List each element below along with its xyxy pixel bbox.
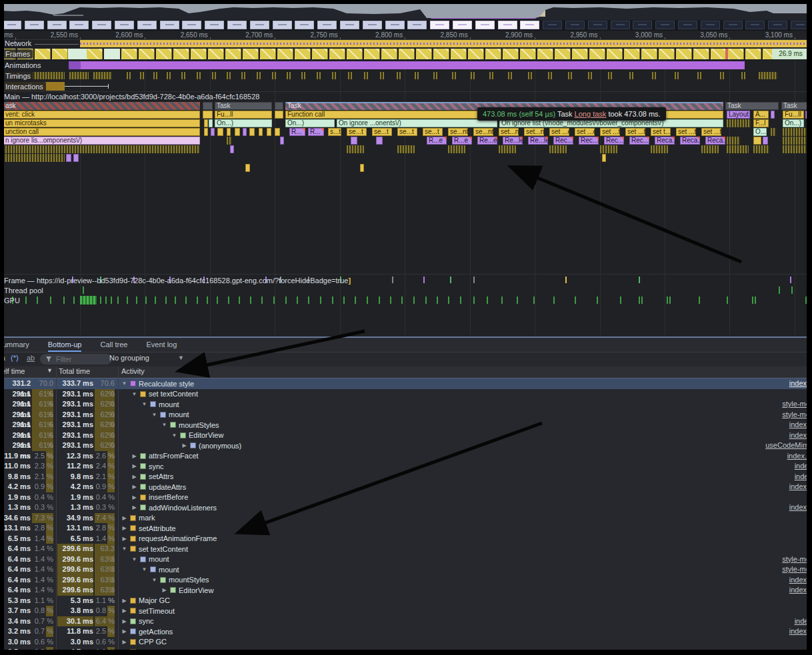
table-row[interactable]: 6.4 ms1.4 %299.6 ms63.3 %▼set textConten…	[0, 544, 812, 554]
flame-segment[interactable]: set ...ent	[575, 128, 595, 136]
expand-icon[interactable]: ▶	[121, 628, 127, 634]
timings-track[interactable]	[0, 71, 812, 80]
flame-segment[interactable]: Reca...yle	[705, 137, 725, 145]
collapse-icon[interactable]: ▼	[171, 432, 177, 438]
gpu-mark[interactable]	[165, 297, 167, 304]
film-thumbnail[interactable]	[701, 21, 720, 29]
gpu-mark[interactable]	[73, 297, 75, 304]
flame-segment[interactable]: Rec...le	[579, 137, 599, 145]
collapse-icon[interactable]: ▼	[131, 391, 137, 397]
gpu-mark[interactable]	[413, 297, 415, 304]
flame-segment[interactable]	[249, 128, 255, 136]
timing-mark[interactable]	[528, 72, 529, 79]
film-thumbnail[interactable]	[25, 21, 44, 29]
frame-block[interactable]	[364, 49, 380, 59]
flame-segment[interactable]	[600, 145, 617, 153]
flame-segment[interactable]: Task	[215, 102, 272, 110]
gpu-mark[interactable]	[207, 297, 208, 304]
gpu-mark[interactable]	[437, 297, 438, 304]
film-thumbnail[interactable]	[611, 21, 630, 29]
timing-mark[interactable]	[287, 72, 288, 79]
film-thumbnail[interactable]	[115, 21, 134, 29]
expand-icon[interactable]: ▶	[131, 463, 137, 469]
flame-segment[interactable]: set...nt	[524, 128, 544, 136]
table-row[interactable]: 5.3 ms1.1 %5.3 ms1.1 %▶Major GC	[0, 596, 812, 606]
gpu-mark[interactable]	[308, 297, 309, 304]
film-thumbnail[interactable]	[2, 21, 21, 29]
gpu-mark[interactable]	[37, 297, 38, 304]
flame-segment[interactable]	[549, 145, 567, 153]
flame-segment[interactable]: set ...tent	[600, 128, 620, 136]
gpu-mark[interactable]	[517, 297, 518, 304]
timing-mark[interactable]	[335, 72, 336, 79]
timing-mark[interactable]	[317, 72, 318, 79]
flame-segment[interactable]: On...)	[215, 119, 272, 127]
track-label-timings[interactable]: Timings	[3, 71, 33, 81]
track-label-network[interactable]: Network	[5, 39, 31, 47]
table-row[interactable]: 331.2 ms70.0 %333.7 ms70.6 %▼Recalculate…	[0, 378, 812, 389]
activity-cell[interactable]: ▼Recalculate style	[121, 378, 194, 389]
timing-marks-cluster[interactable]	[759, 72, 777, 79]
flame-segment[interactable]	[351, 137, 357, 145]
gpu-mark[interactable]	[752, 297, 753, 304]
activity-cell[interactable]: ▼mountStyles	[151, 575, 209, 586]
timing-mark[interactable]	[348, 72, 349, 79]
table-row[interactable]: 291.1 ms61.6 %293.1 ms62.0 %▼mountstyle-…	[0, 399, 812, 410]
timing-mark[interactable]	[511, 72, 512, 79]
flame-segment[interactable]	[753, 137, 761, 145]
col-total-time[interactable]: Total time	[59, 367, 90, 375]
film-thumbnail[interactable]	[182, 21, 201, 29]
frame-block[interactable]	[433, 49, 449, 59]
flame-segment[interactable]	[204, 119, 208, 127]
frame-block[interactable]	[121, 49, 137, 59]
film-thumbnail[interactable]	[745, 21, 765, 29]
frame-block[interactable]	[208, 49, 224, 59]
collapse-icon[interactable]: ▼	[121, 546, 127, 552]
expand-icon[interactable]: ▶	[131, 494, 137, 500]
track-label-frames[interactable]: Frames	[3, 49, 33, 59]
gpu-mark[interactable]	[639, 297, 640, 304]
activity-cell[interactable]: ▶insertBefore	[131, 492, 188, 503]
flame-segment[interactable]: R...	[308, 128, 324, 136]
frame-event-mark[interactable]	[565, 277, 567, 283]
flame-segment[interactable]: ask	[0, 102, 200, 110]
flame-segment[interactable]	[347, 145, 364, 153]
gpu-mark[interactable]	[553, 297, 555, 304]
timing-mark[interactable]	[473, 72, 475, 79]
film-thumbnail[interactable]	[407, 21, 427, 29]
film-thumbnail[interactable]	[227, 21, 247, 29]
timing-mark[interactable]	[415, 72, 416, 79]
timing-mark[interactable]	[257, 72, 258, 79]
cpu-overview-strip[interactable]	[0, 4, 812, 20]
timing-mark[interactable]	[591, 72, 592, 79]
flame-segment[interactable]	[267, 128, 271, 136]
frame-block[interactable]	[728, 49, 744, 59]
timing-mark[interactable]	[181, 72, 183, 79]
timing-mark[interactable]	[655, 72, 656, 79]
frame-block[interactable]	[572, 49, 588, 59]
gpu-mark[interactable]	[117, 297, 119, 304]
flame-segment[interactable]	[0, 145, 200, 153]
table-row[interactable]: 11.9 ms2.5 %12.3 ms2.6 %▶attrsFromFaceti…	[0, 451, 812, 462]
flame-segment[interactable]: Rec...yle	[629, 137, 649, 145]
track-label-gpu[interactable]: GPU	[4, 297, 20, 305]
flame-segment[interactable]	[275, 128, 280, 136]
frame-block[interactable]	[693, 49, 709, 59]
filter-box[interactable]	[40, 354, 112, 364]
frame-block[interactable]	[52, 49, 68, 59]
match-case-icon[interactable]: ab	[27, 354, 35, 362]
gpu-mark[interactable]	[755, 297, 756, 304]
timing-marks-cluster[interactable]	[69, 72, 89, 79]
timing-mark[interactable]	[304, 72, 305, 79]
film-thumbnail[interactable]	[543, 21, 562, 29]
film-thumbnail[interactable]	[317, 21, 337, 29]
frame-duration-badge[interactable]: 26.9 ms	[772, 49, 809, 59]
frame-block[interactable]	[607, 49, 623, 59]
timing-mark[interactable]	[471, 72, 472, 79]
source-link[interactable]: useCodeMirror	[765, 440, 812, 451]
gpu-mark[interactable]	[285, 297, 287, 304]
idle-frame-block[interactable]	[68, 49, 87, 59]
timing-mark[interactable]	[399, 72, 401, 79]
table-row[interactable]: 11.0 ms2.3 %11.2 ms2.4 %▶syncindex.	[0, 461, 812, 472]
table-row[interactable]: 3.0 ms0.6 %3.0 ms0.6 %▶CPP GC	[0, 637, 812, 648]
